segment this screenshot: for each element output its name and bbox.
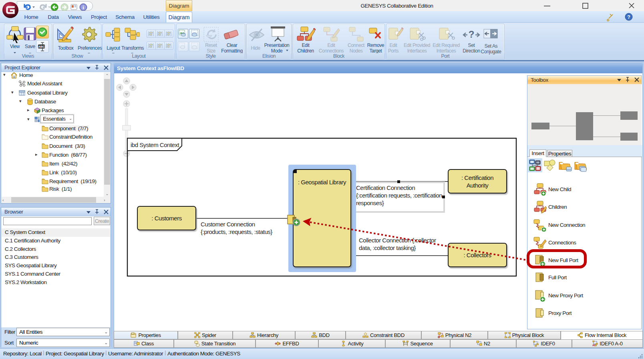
svg-text:ABC: ABC	[38, 45, 45, 48]
svg-text:?: ?	[469, 29, 475, 40]
svg-text:?: ?	[627, 14, 630, 20]
